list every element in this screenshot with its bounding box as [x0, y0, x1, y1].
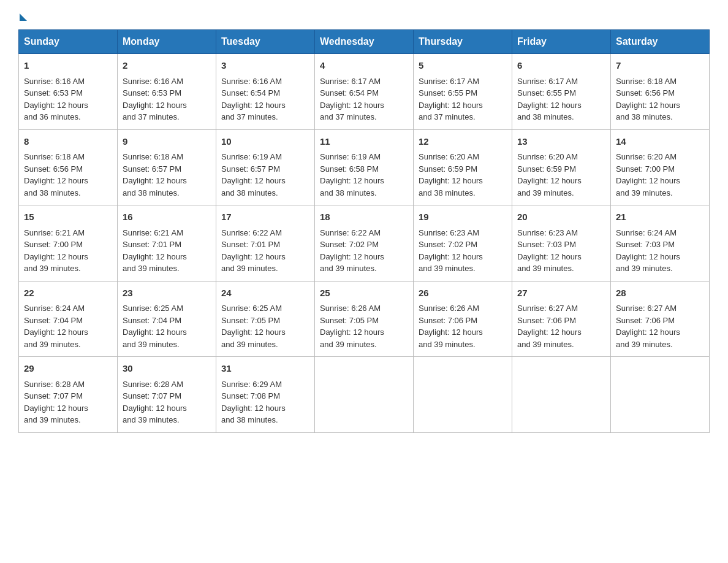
day-info: Sunrise: 6:19 AMSunset: 6:57 PMDaylight:…: [221, 152, 286, 197]
day-number: 21: [616, 210, 704, 224]
calendar-cell: 7 Sunrise: 6:18 AMSunset: 6:56 PMDayligh…: [611, 54, 710, 130]
day-number: 14: [616, 135, 704, 149]
day-info: Sunrise: 6:16 AMSunset: 6:53 PMDaylight:…: [123, 77, 187, 122]
day-number: 13: [517, 135, 605, 149]
day-number: 31: [221, 362, 309, 376]
day-info: Sunrise: 6:19 AMSunset: 6:58 PMDaylight:…: [320, 152, 384, 197]
calendar-cell: 26 Sunrise: 6:26 AMSunset: 7:06 PMDaylig…: [414, 281, 512, 357]
day-number: 15: [24, 210, 112, 224]
day-number: 8: [24, 135, 112, 149]
day-number: 9: [123, 135, 211, 149]
day-info: Sunrise: 6:29 AMSunset: 7:08 PMDaylight:…: [221, 380, 286, 425]
day-info: Sunrise: 6:24 AMSunset: 7:04 PMDaylight:…: [24, 304, 88, 349]
day-info: Sunrise: 6:22 AMSunset: 7:01 PMDaylight:…: [221, 228, 286, 274]
calendar-cell: [512, 357, 611, 433]
day-number: 23: [123, 286, 211, 301]
day-info: Sunrise: 6:18 AMSunset: 6:56 PMDaylight:…: [616, 77, 680, 122]
day-info: Sunrise: 6:27 AMSunset: 7:06 PMDaylight:…: [517, 304, 582, 349]
calendar-cell: 9 Sunrise: 6:18 AMSunset: 6:57 PMDayligh…: [118, 129, 216, 205]
day-info: Sunrise: 6:28 AMSunset: 7:07 PMDaylight:…: [123, 380, 187, 425]
calendar-cell: 19 Sunrise: 6:23 AMSunset: 7:02 PMDaylig…: [414, 205, 512, 282]
calendar-cell: 23 Sunrise: 6:25 AMSunset: 7:04 PMDaylig…: [118, 281, 216, 357]
calendar-cell: 8 Sunrise: 6:18 AMSunset: 6:56 PMDayligh…: [19, 129, 118, 205]
day-number: 5: [419, 59, 507, 73]
calendar-cell: 6 Sunrise: 6:17 AMSunset: 6:55 PMDayligh…: [512, 54, 611, 130]
calendar-week-row: 22 Sunrise: 6:24 AMSunset: 7:04 PMDaylig…: [19, 281, 710, 357]
day-number: 2: [123, 59, 211, 73]
day-info: Sunrise: 6:17 AMSunset: 6:54 PMDaylight:…: [320, 77, 384, 122]
day-info: Sunrise: 6:28 AMSunset: 7:07 PMDaylight:…: [24, 380, 88, 425]
calendar-cell: 15 Sunrise: 6:21 AMSunset: 7:00 PMDaylig…: [19, 205, 118, 282]
day-number: 11: [320, 135, 408, 149]
day-number: 17: [221, 210, 309, 224]
day-number: 4: [320, 59, 408, 73]
calendar-cell: 1 Sunrise: 6:16 AMSunset: 6:53 PMDayligh…: [19, 54, 118, 130]
calendar-cell: 30 Sunrise: 6:28 AMSunset: 7:07 PMDaylig…: [118, 357, 216, 433]
calendar-table: SundayMondayTuesdayWednesdayThursdayFrid…: [18, 29, 710, 433]
day-info: Sunrise: 6:17 AMSunset: 6:55 PMDaylight:…: [517, 77, 582, 122]
calendar-cell: 12 Sunrise: 6:20 AMSunset: 6:59 PMDaylig…: [414, 129, 512, 205]
day-info: Sunrise: 6:23 AMSunset: 7:02 PMDaylight:…: [419, 228, 483, 274]
day-info: Sunrise: 6:20 AMSunset: 7:00 PMDaylight:…: [616, 152, 680, 197]
day-info: Sunrise: 6:21 AMSunset: 7:01 PMDaylight:…: [123, 228, 187, 274]
day-info: Sunrise: 6:18 AMSunset: 6:56 PMDaylight:…: [24, 152, 88, 197]
logo-text: [18, 12, 28, 20]
day-info: Sunrise: 6:22 AMSunset: 7:02 PMDaylight:…: [320, 228, 384, 274]
day-info: Sunrise: 6:25 AMSunset: 7:05 PMDaylight:…: [221, 304, 286, 349]
calendar-week-row: 8 Sunrise: 6:18 AMSunset: 6:56 PMDayligh…: [19, 129, 710, 205]
day-info: Sunrise: 6:17 AMSunset: 6:55 PMDaylight:…: [419, 77, 483, 122]
day-number: 28: [616, 286, 704, 301]
day-number: 1: [24, 59, 112, 73]
calendar-cell: 25 Sunrise: 6:26 AMSunset: 7:05 PMDaylig…: [315, 281, 414, 357]
day-info: Sunrise: 6:18 AMSunset: 6:57 PMDaylight:…: [123, 152, 187, 197]
calendar-week-row: 29 Sunrise: 6:28 AMSunset: 7:07 PMDaylig…: [19, 357, 710, 433]
calendar-cell: 24 Sunrise: 6:25 AMSunset: 7:05 PMDaylig…: [216, 281, 315, 357]
day-number: 16: [123, 210, 211, 224]
day-info: Sunrise: 6:16 AMSunset: 6:54 PMDaylight:…: [221, 77, 286, 122]
day-number: 29: [24, 362, 112, 376]
calendar-cell: 11 Sunrise: 6:19 AMSunset: 6:58 PMDaylig…: [315, 129, 414, 205]
day-number: 25: [320, 286, 408, 301]
calendar-cell: 10 Sunrise: 6:19 AMSunset: 6:57 PMDaylig…: [216, 129, 315, 205]
calendar-cell: 18 Sunrise: 6:22 AMSunset: 7:02 PMDaylig…: [315, 205, 414, 282]
calendar-cell: 13 Sunrise: 6:20 AMSunset: 6:59 PMDaylig…: [512, 129, 611, 205]
calendar-cell: 28 Sunrise: 6:27 AMSunset: 7:06 PMDaylig…: [611, 281, 710, 357]
calendar-cell: 16 Sunrise: 6:21 AMSunset: 7:01 PMDaylig…: [118, 205, 216, 282]
day-info: Sunrise: 6:20 AMSunset: 6:59 PMDaylight:…: [517, 152, 582, 197]
calendar-cell: 20 Sunrise: 6:23 AMSunset: 7:03 PMDaylig…: [512, 205, 611, 282]
calendar-cell: 21 Sunrise: 6:24 AMSunset: 7:03 PMDaylig…: [611, 205, 710, 282]
day-number: 22: [24, 286, 112, 301]
calendar-cell: 14 Sunrise: 6:20 AMSunset: 7:00 PMDaylig…: [611, 129, 710, 205]
day-number: 26: [419, 286, 507, 301]
weekday-header-thursday: Thursday: [414, 30, 512, 54]
day-number: 7: [616, 59, 704, 73]
day-info: Sunrise: 6:23 AMSunset: 7:03 PMDaylight:…: [517, 228, 582, 274]
day-number: 3: [221, 59, 309, 73]
day-info: Sunrise: 6:20 AMSunset: 6:59 PMDaylight:…: [419, 152, 483, 197]
weekday-header-sunday: Sunday: [19, 30, 118, 54]
day-info: Sunrise: 6:26 AMSunset: 7:06 PMDaylight:…: [419, 304, 483, 349]
weekday-header-row: SundayMondayTuesdayWednesdayThursdayFrid…: [19, 30, 710, 54]
weekday-header-monday: Monday: [118, 30, 216, 54]
weekday-header-tuesday: Tuesday: [216, 30, 315, 54]
calendar-cell: 3 Sunrise: 6:16 AMSunset: 6:54 PMDayligh…: [216, 54, 315, 130]
weekday-header-friday: Friday: [512, 30, 611, 54]
calendar-cell: 29 Sunrise: 6:28 AMSunset: 7:07 PMDaylig…: [19, 357, 118, 433]
day-info: Sunrise: 6:25 AMSunset: 7:04 PMDaylight:…: [123, 304, 187, 349]
calendar-cell: [611, 357, 710, 433]
day-info: Sunrise: 6:21 AMSunset: 7:00 PMDaylight:…: [24, 228, 88, 274]
day-info: Sunrise: 6:24 AMSunset: 7:03 PMDaylight:…: [616, 228, 680, 274]
weekday-header-wednesday: Wednesday: [315, 30, 414, 54]
calendar-cell: 2 Sunrise: 6:16 AMSunset: 6:53 PMDayligh…: [118, 54, 216, 130]
day-info: Sunrise: 6:27 AMSunset: 7:06 PMDaylight:…: [616, 304, 680, 349]
day-number: 18: [320, 210, 408, 224]
calendar-cell: 17 Sunrise: 6:22 AMSunset: 7:01 PMDaylig…: [216, 205, 315, 282]
calendar-week-row: 1 Sunrise: 6:16 AMSunset: 6:53 PMDayligh…: [19, 54, 710, 130]
page-header: [18, 12, 710, 17]
day-info: Sunrise: 6:16 AMSunset: 6:53 PMDaylight:…: [24, 77, 88, 122]
day-number: 20: [517, 210, 605, 224]
day-number: 27: [517, 286, 605, 301]
day-number: 12: [419, 135, 507, 149]
calendar-cell: 5 Sunrise: 6:17 AMSunset: 6:55 PMDayligh…: [414, 54, 512, 130]
calendar-cell: [315, 357, 414, 433]
